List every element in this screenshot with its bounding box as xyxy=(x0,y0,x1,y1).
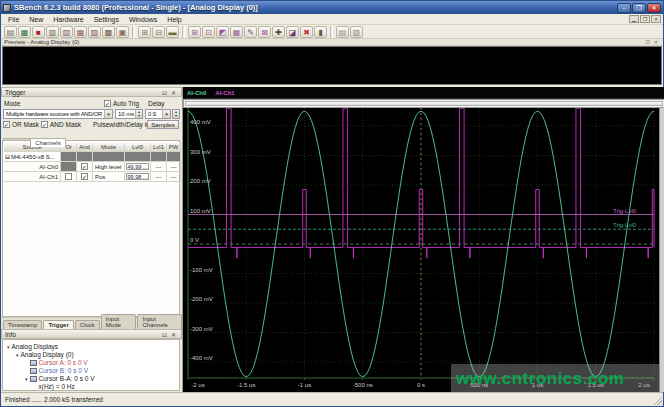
toolbar-button-trigger-setup[interactable]: ▨ xyxy=(88,26,101,38)
spinner-arrows-icon[interactable]: ▴▾ xyxy=(135,110,142,118)
tree-collapse-icon[interactable]: ⊟ xyxy=(5,153,10,160)
cell-source-ai-ch1[interactable]: AI-Ch1 xyxy=(4,172,61,182)
cell-lvl0[interactable]: 99.98 ... xyxy=(125,172,151,182)
cell-and[interactable]: ✓ xyxy=(77,162,93,172)
and-mask-checkbox[interactable]: ✓ xyxy=(41,121,48,128)
table-row-device[interactable]: ⊟M4i.4450-x8 S... xyxy=(4,152,61,162)
info-close-icon[interactable]: ✕ xyxy=(169,331,178,338)
trig-timeout-input[interactable]: 10 ms ▴▾ xyxy=(115,109,143,119)
info-pin-icon[interactable]: ⊡ xyxy=(160,331,169,338)
cell-mode[interactable]: Pos xyxy=(93,172,125,182)
tab-channels[interactable]: Channels xyxy=(30,138,65,147)
column-header-mode[interactable]: Mode xyxy=(93,143,125,152)
menu-item-help[interactable]: Help xyxy=(162,15,186,24)
display-scrollbar[interactable] xyxy=(183,99,664,108)
cell-lvl0[interactable]: 49.99 ... xyxy=(125,162,151,172)
channel-label-ai-ch1[interactable]: AI-Ch1 xyxy=(215,90,234,96)
maximize-button[interactable]: ❐ xyxy=(632,3,646,13)
cell-or[interactable] xyxy=(61,162,77,172)
tree-expander-icon[interactable]: ▾ xyxy=(16,352,19,358)
cell-lvl1[interactable]: --- xyxy=(151,162,167,172)
menu-item-settings[interactable]: Settings xyxy=(89,15,124,24)
column-header-pw[interactable]: PW xyxy=(167,143,181,152)
tab-timestamp[interactable]: Timestamp xyxy=(3,320,42,329)
samples-button[interactable]: Samples xyxy=(147,120,179,129)
cell-lvl1[interactable]: --- xyxy=(151,172,167,182)
trigger-float-icon[interactable]: ⊡ xyxy=(160,89,169,96)
toolbar-button-input-channels[interactable]: ▦ xyxy=(74,26,87,38)
toolbar-button-card-info[interactable]: ▥ xyxy=(46,26,59,38)
toolbar-button-start-display[interactable]: ▦ xyxy=(18,26,31,38)
trigger-mode-select[interactable]: Multiple hardware sources with AND/OR ▾ xyxy=(3,109,113,119)
waveform-plot[interactable]: Trig-Lvl0Trig-Lvl0400 mV300 mV200 mV100 … xyxy=(183,108,660,394)
toolbar-button-calc-filter[interactable]: ◩ xyxy=(216,26,229,38)
tab-trigger[interactable]: Trigger xyxy=(43,320,73,329)
toolbar-button-calc-math[interactable]: ▦ xyxy=(230,26,243,38)
column-header-lvl0[interactable]: Lvl0 xyxy=(125,143,151,152)
trigger-panel-header[interactable]: Trigger ⊡ ✕ xyxy=(1,87,182,97)
toolbar-button-calc-average[interactable]: ⊡ xyxy=(202,26,215,38)
toolbar-button-clock-setup[interactable]: ▩ xyxy=(102,26,115,38)
plot-vertical-scrollbar[interactable] xyxy=(659,108,664,392)
or-checkbox[interactable] xyxy=(65,173,72,180)
column-header-and[interactable]: And xyxy=(77,143,93,152)
spinner-arrows-icon[interactable]: ▴▾ xyxy=(173,110,179,118)
tree-expander-icon[interactable]: ▾ xyxy=(25,376,28,382)
toolbar-button-text-note[interactable]: ▮ xyxy=(314,26,327,38)
toolbar-button-zoom-out[interactable]: ⊟ xyxy=(152,26,165,38)
trigger-close-icon[interactable]: ✕ xyxy=(169,89,178,96)
and-checkbox[interactable]: ✓ xyxy=(81,163,88,170)
cell-or[interactable] xyxy=(61,172,77,182)
tree-item-cursor-a[interactable]: ▾Cursor A: 0 s 0 V xyxy=(25,359,88,366)
menu-item-windows[interactable]: Windows xyxy=(124,15,162,24)
tree-expander-icon[interactable]: ▾ xyxy=(7,344,10,350)
tab-clock[interactable]: Clock xyxy=(75,320,100,329)
tree-item-analog-display-0[interactable]: ▾Analog Display (0) xyxy=(16,351,74,358)
cell-and[interactable]: ✓ xyxy=(77,172,93,182)
close-button[interactable]: ✕ xyxy=(647,3,661,13)
toolbar-button-memory-setup[interactable]: ▣ xyxy=(116,26,129,38)
column-header-lvl1[interactable]: Lvl1 xyxy=(151,143,167,152)
preview-pin-icon[interactable]: ⊡ xyxy=(644,39,652,45)
toolbar-button-delete[interactable]: ✖ xyxy=(300,26,313,38)
toolbar-button-edit-signal[interactable]: ✎ xyxy=(244,26,257,38)
and-checkbox[interactable]: ✓ xyxy=(81,173,88,180)
delay-spinner[interactable]: ▴▾ xyxy=(172,109,180,119)
toolbar-button-save[interactable]: ▬ xyxy=(166,26,179,38)
menu-item-file[interactable]: File xyxy=(3,15,24,24)
tree-item-cursor-b-a[interactable]: ▾Cursor B-A: 0 s 0 V xyxy=(25,375,95,382)
cell-source-ai-ch0[interactable]: AI-Ch0 xyxy=(4,162,61,172)
toolbar-button-settings[interactable]: ▤ xyxy=(4,26,17,38)
tree-item-cursor-b[interactable]: ▾Cursor B: 0 s 0 V xyxy=(25,367,88,374)
toolbar-button-record[interactable]: ■ xyxy=(32,26,45,38)
channel-label-ai-ch0[interactable]: AI-Ch0 xyxy=(187,90,206,96)
toolbar-button-input-mode[interactable]: ▧ xyxy=(60,26,73,38)
tree-item-x-hz[interactable]: ▾x(Hz) = 0 Hz xyxy=(34,383,75,390)
resize-grip[interactable] xyxy=(653,396,662,405)
cell-mode[interactable]: High level xyxy=(93,162,125,172)
toolbar-button-calc-fft[interactable]: ⊞ xyxy=(188,26,201,38)
tab-input-channels[interactable]: Input Channels xyxy=(137,314,182,329)
toolbar-button-convert[interactable]: ⊠ xyxy=(258,26,271,38)
menu-item-hardware[interactable]: Hardware xyxy=(48,15,88,24)
mdi-close-button[interactable]: ✕ xyxy=(651,15,661,23)
cell-pw[interactable]: --- xyxy=(167,162,181,172)
delay-unit-select[interactable]: 0 S ▾ xyxy=(145,109,171,119)
menu-item-new[interactable]: New xyxy=(24,15,48,24)
toolbar-button-layout-a[interactable]: ▤ xyxy=(336,26,349,38)
mdi-minimize-button[interactable]: ▁ xyxy=(629,15,639,23)
title-bar[interactable]: SBench 6.2.3 build 8080 (Professional - … xyxy=(1,1,663,14)
preview-display[interactable] xyxy=(2,46,662,85)
toolbar-button-zoom-in[interactable]: ⊞ xyxy=(138,26,151,38)
toolbar-button-crosshair[interactable]: ✚ xyxy=(272,26,285,38)
info-panel-header[interactable]: Info ⊡ ✕ xyxy=(1,329,182,339)
mdi-restore-button[interactable]: ❐ xyxy=(640,15,650,23)
tree-item-analog-displays[interactable]: ▾Analog Displays xyxy=(7,343,58,350)
auto-trig-checkbox[interactable]: ✓ xyxy=(104,100,111,107)
scrollbar-thumb[interactable] xyxy=(185,101,663,106)
tab-input-mode[interactable]: Input Mode xyxy=(101,314,137,329)
toolbar-button-export[interactable]: ◪ xyxy=(286,26,299,38)
minimize-button[interactable]: – xyxy=(617,3,631,13)
or-mask-checkbox[interactable]: ✓ xyxy=(3,121,10,128)
toolbar-button-layout-b[interactable]: ▥ xyxy=(350,26,363,38)
